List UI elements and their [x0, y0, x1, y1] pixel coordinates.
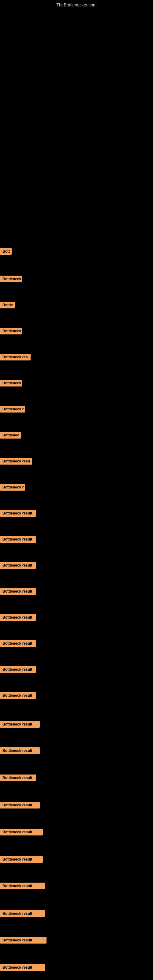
bottleneck-result-item[interactable]: Bottleneck result [0, 536, 36, 542]
bottleneck-result-item[interactable]: Bott [0, 248, 12, 255]
bottleneck-result-item[interactable]: Bottleneck result [0, 510, 36, 517]
bottleneck-result-item[interactable]: Bottleneck result [0, 747, 40, 754]
bottleneck-result-item[interactable]: Bottleneck result [0, 964, 45, 971]
bottleneck-result-item[interactable]: Bottleneck [0, 380, 22, 387]
bottleneck-result-item[interactable]: Bottleneck result [0, 856, 43, 863]
bottleneck-result-item[interactable]: Bottleneck result [0, 640, 36, 647]
bottleneck-result-item[interactable]: Bottleneck result [0, 802, 40, 808]
bottleneck-result-item[interactable]: Bottleneck result [0, 829, 43, 835]
bottleneck-result-item[interactable]: Bottleneck res [0, 354, 30, 360]
bottleneck-result-item[interactable]: Bottleneck [0, 328, 22, 334]
bottleneck-result-item[interactable]: Bottleneck result [0, 666, 36, 673]
bottleneck-result-item[interactable]: Bottleneck result [0, 692, 36, 699]
bottleneck-result-item[interactable]: Bottleneck result [0, 721, 40, 728]
bottleneck-result-item[interactable]: Bottleneck result [0, 562, 36, 569]
bottleneck-result-item[interactable]: Bottleneck result [0, 937, 46, 943]
bottleneck-result-item[interactable]: Bottleneck result [0, 910, 45, 917]
bottleneck-result-item[interactable]: Bottleneck r [0, 406, 25, 412]
bottleneck-result-item[interactable]: Bottleneck result [0, 775, 36, 781]
bottleneck-result-item[interactable]: Bottleneck r [0, 484, 25, 491]
bottleneck-result-item[interactable]: Bottlenec [0, 432, 21, 439]
bottleneck-result-item[interactable]: Bottleneck result [0, 883, 45, 889]
bottleneck-result-item[interactable]: Bottleneck result [0, 588, 36, 595]
bottleneck-result-item[interactable]: Bottleneck resu [0, 458, 32, 465]
bottleneck-result-item[interactable]: Bottle [0, 302, 15, 309]
site-title: TheBottlenecker.com [56, 2, 97, 7]
bottleneck-result-item[interactable]: Bottleneck result [0, 614, 36, 621]
bottleneck-result-item[interactable]: Bottleneck [0, 275, 22, 282]
